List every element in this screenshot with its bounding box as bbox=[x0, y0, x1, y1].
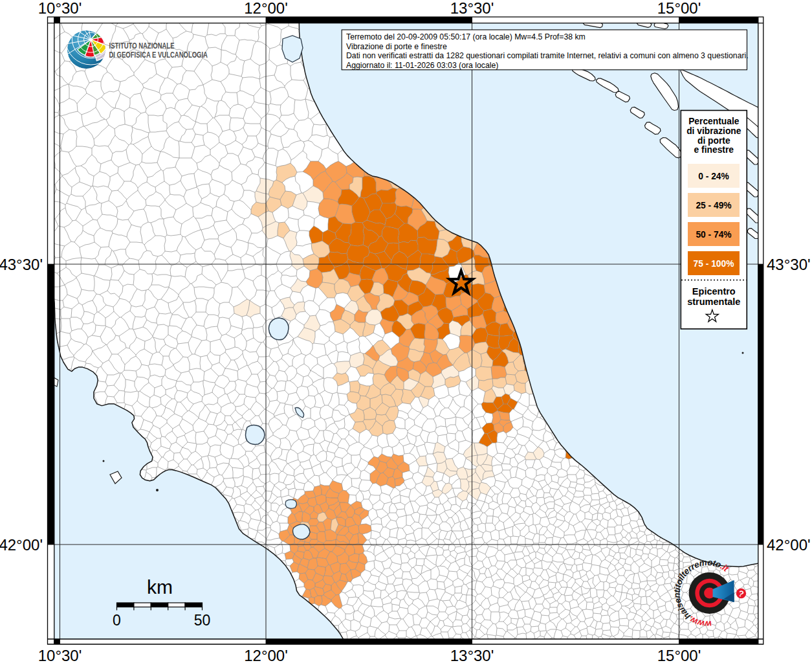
svg-text:Aggiornato il: 11-01-2026 03:0: Aggiornato il: 11-01-2026 03:03 (ora loc… bbox=[346, 61, 498, 70]
svg-text:43°30': 43°30' bbox=[0, 256, 43, 273]
svg-text:0 - 24%: 0 - 24% bbox=[698, 172, 729, 181]
svg-text:10°30': 10°30' bbox=[38, 647, 82, 663]
svg-text:25 - 49%: 25 - 49% bbox=[696, 201, 731, 210]
svg-text:50: 50 bbox=[194, 612, 211, 629]
svg-text:di vibrazione: di vibrazione bbox=[686, 126, 741, 136]
svg-text:42°00': 42°00' bbox=[0, 536, 43, 554]
svg-text:di porte: di porte bbox=[697, 136, 730, 146]
svg-text:strumentale: strumentale bbox=[687, 297, 740, 307]
svg-text:Dati non verificati estratti d: Dati non verificati estratti da 1282 que… bbox=[346, 51, 749, 60]
svg-text:13°30': 13°30' bbox=[450, 647, 494, 663]
svg-text:e finestre: e finestre bbox=[694, 145, 734, 155]
svg-text:12°00': 12°00' bbox=[244, 647, 288, 663]
svg-text:12°00': 12°00' bbox=[244, 0, 288, 17]
svg-text:13°30': 13°30' bbox=[450, 0, 494, 17]
svg-text:Percentuale: Percentuale bbox=[688, 117, 740, 126]
svg-text:0: 0 bbox=[113, 612, 121, 629]
svg-text:50 - 74%: 50 - 74% bbox=[696, 230, 731, 240]
svg-text:Vibrazione di porte e finestre: Vibrazione di porte e finestre bbox=[346, 42, 447, 51]
svg-text:43°30': 43°30' bbox=[767, 256, 811, 273]
svg-text:42°00': 42°00' bbox=[767, 536, 811, 554]
svg-text:ISTITUTO NAZIONALE: ISTITUTO NAZIONALE bbox=[109, 41, 175, 51]
svg-text:Terremoto del 20-09-2009 05:50: Terremoto del 20-09-2009 05:50:17 (ora l… bbox=[346, 32, 586, 41]
svg-text:75 - 100%: 75 - 100% bbox=[694, 259, 734, 269]
svg-text:km: km bbox=[147, 576, 173, 598]
svg-text:Epicentro: Epicentro bbox=[692, 286, 736, 297]
svg-text:15°00': 15°00' bbox=[657, 647, 701, 663]
svg-text:DI GEOFISICA E VULCANOLOGIA: DI GEOFISICA E VULCANOLOGIA bbox=[109, 51, 208, 60]
svg-text:10°30': 10°30' bbox=[38, 0, 82, 17]
svg-text:15°00': 15°00' bbox=[657, 0, 701, 17]
